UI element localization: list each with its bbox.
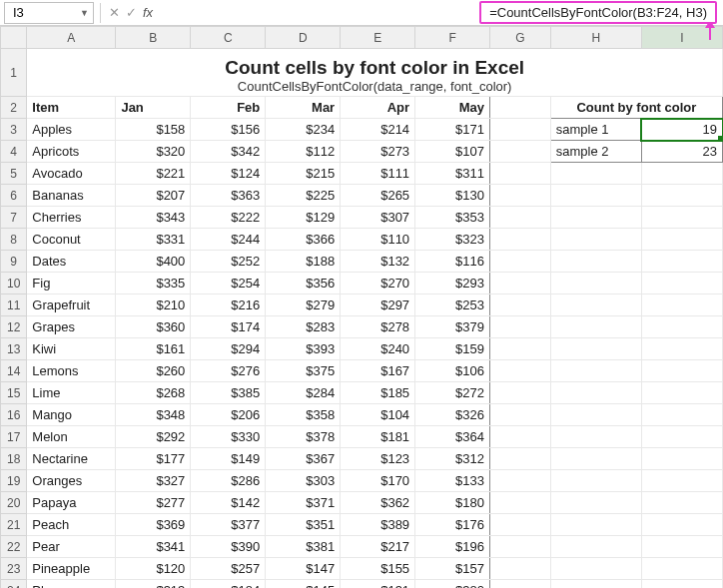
empty-cell[interactable] bbox=[641, 338, 722, 360]
row-header[interactable]: 14 bbox=[1, 360, 27, 382]
item-cell[interactable]: Grapes bbox=[27, 316, 116, 338]
item-cell[interactable]: Pineapple bbox=[27, 558, 116, 580]
empty-cell[interactable] bbox=[550, 316, 641, 338]
item-cell[interactable]: Avocado bbox=[27, 163, 116, 185]
data-cell[interactable]: $254 bbox=[191, 273, 266, 294]
col-header[interactable]: F bbox=[415, 27, 490, 49]
name-box[interactable]: I3 ▼ bbox=[4, 2, 94, 24]
title-cell[interactable]: Count cells by font color in Excel Count… bbox=[27, 49, 723, 97]
data-cell[interactable]: $284 bbox=[266, 382, 341, 404]
data-cell[interactable]: $330 bbox=[191, 426, 266, 448]
empty-cell[interactable] bbox=[641, 536, 722, 558]
data-cell[interactable]: $268 bbox=[116, 382, 191, 404]
item-cell[interactable]: Bananas bbox=[27, 185, 116, 207]
col-header[interactable]: B bbox=[116, 27, 191, 49]
count-header[interactable]: Count by font color bbox=[550, 97, 722, 119]
header-month[interactable]: May bbox=[415, 97, 490, 119]
row-header[interactable]: 15 bbox=[1, 382, 27, 404]
data-cell[interactable]: $155 bbox=[341, 558, 415, 580]
empty-cell[interactable] bbox=[490, 404, 551, 426]
data-cell[interactable]: $177 bbox=[116, 448, 191, 470]
data-cell[interactable]: $323 bbox=[415, 229, 490, 251]
data-cell[interactable]: $313 bbox=[116, 580, 191, 589]
data-cell[interactable]: $270 bbox=[341, 273, 415, 294]
data-cell[interactable]: $362 bbox=[341, 492, 415, 514]
data-cell[interactable]: $358 bbox=[266, 404, 341, 426]
item-cell[interactable]: Coconut bbox=[27, 229, 116, 251]
item-cell[interactable]: Papaya bbox=[27, 492, 116, 514]
data-cell[interactable]: $369 bbox=[116, 514, 191, 536]
data-cell[interactable]: $158 bbox=[116, 119, 191, 141]
empty-cell[interactable] bbox=[641, 580, 722, 589]
data-cell[interactable]: $131 bbox=[341, 580, 415, 589]
item-cell[interactable]: Fig bbox=[27, 273, 116, 294]
data-cell[interactable]: $184 bbox=[191, 580, 266, 589]
row-header[interactable]: 4 bbox=[1, 141, 27, 163]
data-cell[interactable]: $149 bbox=[191, 448, 266, 470]
data-cell[interactable]: $240 bbox=[341, 338, 415, 360]
data-cell[interactable]: $142 bbox=[191, 492, 266, 514]
empty-cell[interactable] bbox=[550, 580, 641, 589]
row-header[interactable]: 12 bbox=[1, 316, 27, 338]
fx-icon[interactable]: fx bbox=[143, 5, 153, 20]
data-cell[interactable]: $277 bbox=[116, 492, 191, 514]
data-cell[interactable]: $156 bbox=[191, 119, 266, 141]
empty-cell[interactable] bbox=[550, 207, 641, 229]
row-header[interactable]: 9 bbox=[1, 251, 27, 273]
data-cell[interactable]: $343 bbox=[116, 207, 191, 229]
data-cell[interactable]: $167 bbox=[341, 360, 415, 382]
data-cell[interactable]: $185 bbox=[341, 382, 415, 404]
item-cell[interactable]: Nectarine bbox=[27, 448, 116, 470]
data-cell[interactable]: $265 bbox=[341, 185, 415, 207]
empty-cell[interactable] bbox=[550, 382, 641, 404]
data-cell[interactable]: $292 bbox=[116, 426, 191, 448]
empty-cell[interactable] bbox=[550, 338, 641, 360]
data-cell[interactable]: $207 bbox=[116, 185, 191, 207]
row-header[interactable]: 17 bbox=[1, 426, 27, 448]
item-cell[interactable]: Melon bbox=[27, 426, 116, 448]
row-header[interactable]: 6 bbox=[1, 185, 27, 207]
empty-cell[interactable] bbox=[550, 273, 641, 294]
data-cell[interactable]: $234 bbox=[266, 119, 341, 141]
data-cell[interactable]: $129 bbox=[266, 207, 341, 229]
data-cell[interactable]: $214 bbox=[341, 119, 415, 141]
data-cell[interactable]: $188 bbox=[266, 251, 341, 273]
sample-label[interactable]: sample 1 bbox=[550, 119, 641, 141]
chevron-down-icon[interactable]: ▼ bbox=[80, 8, 89, 18]
data-cell[interactable]: $196 bbox=[415, 536, 490, 558]
data-cell[interactable]: $147 bbox=[266, 558, 341, 580]
empty-cell[interactable] bbox=[490, 316, 551, 338]
data-cell[interactable]: $161 bbox=[116, 338, 191, 360]
data-cell[interactable]: $159 bbox=[415, 338, 490, 360]
data-cell[interactable]: $257 bbox=[191, 558, 266, 580]
empty-cell[interactable] bbox=[490, 536, 551, 558]
data-cell[interactable]: $130 bbox=[415, 185, 490, 207]
data-cell[interactable]: $170 bbox=[341, 470, 415, 492]
header-month[interactable]: Mar bbox=[266, 97, 341, 119]
empty-cell[interactable] bbox=[550, 185, 641, 207]
empty-cell[interactable] bbox=[550, 558, 641, 580]
data-cell[interactable]: $260 bbox=[116, 360, 191, 382]
item-cell[interactable]: Apples bbox=[27, 119, 116, 141]
data-cell[interactable]: $377 bbox=[191, 514, 266, 536]
empty-cell[interactable] bbox=[550, 163, 641, 185]
data-cell[interactable]: $124 bbox=[191, 163, 266, 185]
empty-cell[interactable] bbox=[490, 580, 551, 589]
row-header[interactable]: 11 bbox=[1, 294, 27, 316]
data-cell[interactable]: $341 bbox=[116, 536, 191, 558]
data-cell[interactable]: $312 bbox=[415, 448, 490, 470]
data-cell[interactable]: $217 bbox=[341, 536, 415, 558]
data-cell[interactable]: $371 bbox=[266, 492, 341, 514]
data-cell[interactable]: $157 bbox=[415, 558, 490, 580]
row-header[interactable]: 3 bbox=[1, 119, 27, 141]
row-header[interactable]: 21 bbox=[1, 514, 27, 536]
row-header[interactable]: 10 bbox=[1, 273, 27, 294]
empty-cell[interactable] bbox=[550, 426, 641, 448]
data-cell[interactable]: $353 bbox=[415, 207, 490, 229]
data-cell[interactable]: $335 bbox=[116, 273, 191, 294]
data-cell[interactable]: $367 bbox=[266, 448, 341, 470]
empty-cell[interactable] bbox=[550, 492, 641, 514]
data-cell[interactable]: $123 bbox=[341, 448, 415, 470]
empty-cell[interactable] bbox=[641, 273, 722, 294]
col-header[interactable]: A bbox=[27, 27, 116, 49]
